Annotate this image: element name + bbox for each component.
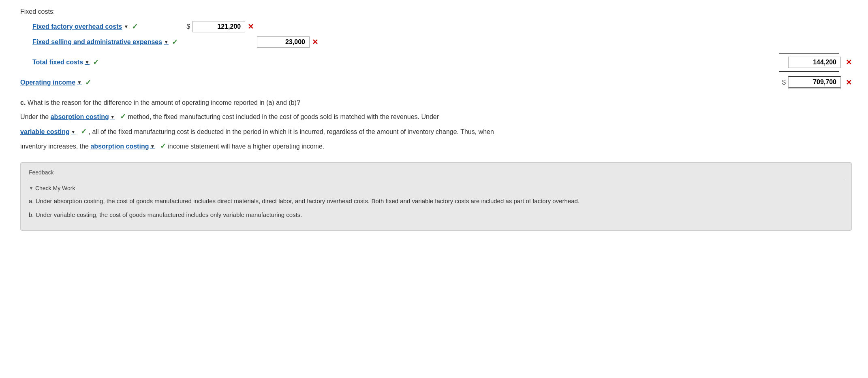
- total-fixed-check: ✓: [93, 58, 99, 67]
- operating-income-dollar: $: [782, 79, 786, 86]
- operating-income-input[interactable]: [788, 76, 841, 89]
- check-my-work[interactable]: ▼ Check My Work: [29, 185, 843, 191]
- absorption-costing-dropdown-1[interactable]: absorption costing ▼: [51, 113, 115, 121]
- check-my-work-arrow: ▼: [29, 185, 34, 191]
- fixed-selling-dropdown[interactable]: Fixed selling and administrative expense…: [32, 38, 169, 46]
- operating-income-row: Operating income ▼ ✓ $ ✕: [20, 76, 852, 89]
- total-fixed-dropdown[interactable]: Total fixed costs ▼: [32, 59, 90, 66]
- feedback-divider: [29, 180, 843, 180]
- total-fixed-arrow: ▼: [85, 59, 90, 65]
- feedback-section: Feedback ▼ Check My Work a. Under absorp…: [20, 162, 852, 231]
- fixed-selling-x[interactable]: ✕: [312, 38, 318, 47]
- part-c-line4: inventory increases, the absorption cost…: [20, 140, 852, 153]
- fixed-costs-label: Fixed costs:: [20, 8, 852, 15]
- fixed-factory-row: Fixed factory overhead costs ▼ ✓ $ ✕: [32, 21, 852, 32]
- feedback-text-a: a. Under absorption costing, the cost of…: [29, 196, 843, 206]
- part-c-line3: variable costing ▼ ✓ , all of the fixed …: [20, 125, 852, 138]
- part-c-line2: Under the absorption costing ▼ ✓ method,…: [20, 110, 852, 123]
- part-c-check-3: ✓: [160, 142, 166, 150]
- variable-costing-dropdown[interactable]: variable costing ▼: [20, 128, 76, 136]
- fixed-factory-x[interactable]: ✕: [248, 22, 254, 31]
- fixed-selling-arrow: ▼: [164, 39, 169, 45]
- part-c-check-1: ✓: [120, 113, 126, 121]
- part-c-check-2: ✓: [81, 127, 87, 136]
- check-my-work-label: Check My Work: [35, 185, 75, 191]
- part-c-question: c. What is the reason for the difference…: [20, 97, 852, 108]
- operating-income-label: Operating income: [20, 79, 75, 86]
- operating-income-dropdown[interactable]: Operating income ▼: [20, 79, 82, 86]
- fixed-selling-input[interactable]: [257, 36, 310, 48]
- fixed-factory-dollar: $: [186, 23, 190, 30]
- absorption-costing-dropdown-2[interactable]: absorption costing ▼: [90, 143, 155, 150]
- part-c-section: c. What is the reason for the difference…: [20, 97, 852, 153]
- feedback-text-b: b. Under variable costing, the cost of g…: [29, 210, 843, 220]
- feedback-title: Feedback: [29, 169, 843, 176]
- operating-income-x[interactable]: ✕: [846, 78, 852, 87]
- total-fixed-input[interactable]: [788, 57, 841, 68]
- fixed-factory-check: ✓: [132, 22, 138, 31]
- fixed-factory-input[interactable]: [192, 21, 245, 32]
- fixed-selling-row: Fixed selling and administrative expense…: [32, 36, 852, 48]
- total-fixed-row: Total fixed costs ▼ ✓ ✕: [32, 57, 852, 68]
- operating-income-check: ✓: [85, 78, 91, 87]
- fixed-factory-arrow: ▼: [124, 24, 128, 30]
- feedback-text: a. Under absorption costing, the cost of…: [29, 196, 843, 220]
- operating-income-arrow: ▼: [77, 80, 82, 85]
- fixed-factory-label: Fixed factory overhead costs: [32, 23, 122, 30]
- fixed-selling-check: ✓: [172, 38, 178, 47]
- fixed-factory-dropdown[interactable]: Fixed factory overhead costs ▼: [32, 23, 128, 30]
- total-fixed-x[interactable]: ✕: [846, 58, 852, 67]
- total-fixed-label: Total fixed costs: [32, 59, 83, 66]
- fixed-selling-label: Fixed selling and administrative expense…: [32, 38, 162, 46]
